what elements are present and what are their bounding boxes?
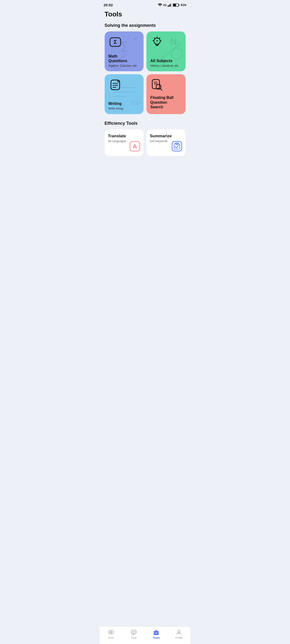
battery-icon [173,4,180,7]
subjects-subtitle: History, Literature, etc [150,64,182,68]
summarize-title: Summarize [150,134,182,138]
writing-card[interactable]: ✏ Writing Write essay [105,74,144,114]
status-icons: 4G 51% [158,4,186,7]
writing-icon [109,78,122,92]
efficiency-grid: Translate All Languages A Summarize Get … [105,129,186,156]
writing-title: Writing [108,101,140,106]
svg-rect-1 [169,5,170,7]
translate-card[interactable]: Translate All Languages A [105,129,144,156]
svg-text:?: ? [156,40,158,43]
svg-point-14 [172,48,183,59]
svg-line-24 [154,38,155,38]
summarize-card[interactable]: Summarize Get keywords [146,129,186,156]
assignments-section-title: Solving the assignments [105,23,186,28]
svg-text:N: N [170,37,177,47]
summarize-icon [172,141,182,152]
status-time: 20:52 [104,3,113,7]
writing-subtitle: Write essay [108,107,140,110]
wifi-icon [158,4,162,7]
svg-rect-2 [170,4,170,7]
svg-rect-0 [168,5,168,6]
svg-line-36 [160,88,162,90]
floating-ball-card[interactable]: Floating BallQuestionSearch [146,74,186,114]
floating-icon [151,78,163,92]
math-subtitle: Algebra, Calculus, etc [108,64,140,68]
main-content: Tools Solving the assignments ∑ a² Σ Mat… [100,8,190,180]
translate-icon: A [130,141,140,152]
math-questions-card[interactable]: ∑ a² Σ MathQuestions Algebra, Calculus, … [105,32,144,71]
svg-rect-6 [173,4,176,6]
svg-line-22 [160,38,160,38]
svg-text:A: A [133,143,137,150]
efficiency-section-title: Efficiency Tools [105,121,186,126]
svg-text:Σ: Σ [114,39,117,45]
battery-percent: 51% [180,4,186,7]
math-title: MathQuestions [108,54,140,63]
subjects-icon: ? [151,36,163,49]
subjects-title: All Subjects [150,58,182,63]
network-type: 4G [163,4,167,6]
all-subjects-card[interactable]: N ? [146,32,186,71]
page-title: Tools [105,10,186,18]
assignments-grid: ∑ a² Σ MathQuestions Algebra, Calculus, … [105,32,186,114]
math-icon: Σ [109,36,122,49]
status-bar: 20:52 4G 51% [100,0,190,8]
svg-rect-5 [179,4,180,6]
svg-text:a²: a² [133,36,137,41]
signal-icon [168,4,172,7]
svg-rect-3 [170,4,171,6]
floating-title: Floating BallQuestionSearch [150,95,182,109]
translate-title: Translate [108,134,140,138]
